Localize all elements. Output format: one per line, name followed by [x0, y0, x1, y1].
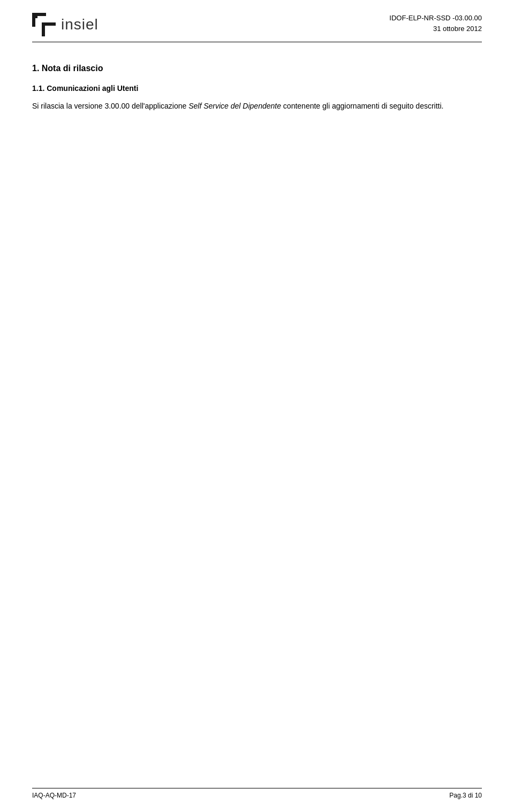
logo-text: insiel — [61, 16, 99, 33]
doc-date: 31 ottobre 2012 — [389, 24, 482, 34]
app-name-italic: Self Service del Dipendente — [188, 102, 281, 110]
logo-icon — [32, 13, 56, 36]
header: insiel IDOF-ELP-NR-SSD -03.00.00 31 otto… — [32, 0, 482, 42]
svg-rect-4 — [32, 13, 37, 18]
body-paragraph: Si rilascia la versione 3.00.00 dell'app… — [32, 100, 482, 112]
main-content: 1. Nota di rilascio 1.1. Comunicazioni a… — [32, 42, 482, 112]
svg-rect-3 — [45, 26, 56, 36]
page-container: insiel IDOF-ELP-NR-SSD -03.00.00 31 otto… — [0, 0, 514, 812]
section-1-title: 1. Nota di rilascio — [32, 64, 482, 73]
logo-area: insiel — [32, 13, 99, 36]
subsection-1-1-title: 1.1. Comunicazioni agli Utenti — [32, 84, 482, 93]
paragraph-text: Si rilascia la versione 3.00.00 dell'app… — [32, 102, 188, 110]
footer-left: IAQ-AQ-MD-17 — [32, 792, 76, 799]
header-right: IDOF-ELP-NR-SSD -03.00.00 31 ottobre 201… — [389, 13, 482, 34]
footer-right: Pag.3 di 10 — [449, 792, 482, 799]
doc-id: IDOF-ELP-NR-SSD -03.00.00 — [389, 13, 482, 24]
footer: IAQ-AQ-MD-17 Pag.3 di 10 — [32, 788, 482, 799]
paragraph-end: contenente gli aggiornamenti di seguito … — [281, 102, 444, 110]
